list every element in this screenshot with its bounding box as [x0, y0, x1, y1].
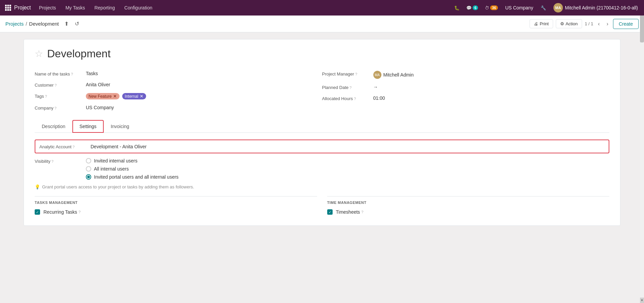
tab-settings[interactable]: Settings: [72, 120, 104, 133]
analytic-account-row: Analytic Account ?: [35, 140, 609, 153]
msg-badge: 6: [473, 5, 478, 10]
user-menu[interactable]: MA Mitchell Admin (21700412-16-0-all): [551, 2, 641, 13]
print-button[interactable]: 🖨 Print: [530, 19, 553, 28]
next-button[interactable]: ›: [605, 20, 610, 28]
svg-rect-3: [5, 7, 7, 9]
company-name[interactable]: US Company: [503, 4, 536, 11]
management-grid: TASKS MANAGEMENT ✓ Recurring Tasks ? TIM…: [35, 196, 609, 217]
customer-value: Anita Oliver: [86, 82, 110, 87]
time-management-title: TIME MANAGEMENT: [327, 201, 610, 205]
nav-my-tasks[interactable]: My Tasks: [61, 3, 89, 12]
planned-date-help[interactable]: ?: [349, 86, 351, 90]
print-icon: 🖨: [534, 21, 538, 26]
radio-invited-portal-label: Invited portal users and all internal us…: [94, 174, 178, 180]
nav-projects[interactable]: Projects: [35, 3, 60, 12]
user-avatar: MA: [553, 3, 563, 12]
name-of-tasks-row: Name of the tasks ? Tasks: [35, 68, 322, 79]
company-help[interactable]: ?: [55, 106, 57, 110]
app-name[interactable]: Project: [14, 5, 31, 11]
app-grid-icon[interactable]: [3, 3, 13, 12]
tag-new-feature-close[interactable]: ✕: [113, 94, 117, 99]
tags-help[interactable]: ?: [45, 94, 47, 98]
planned-date-arrow: →: [373, 84, 378, 90]
timer-badge: 36: [490, 5, 498, 10]
timesheets-help[interactable]: ?: [361, 210, 363, 214]
time-management-section: TIME MANAGEMENT ✓ Timesheets ?: [327, 196, 610, 217]
tab-description[interactable]: Description: [35, 120, 72, 133]
planned-date-row: Planned Date ? →: [322, 82, 610, 93]
planned-date-label: Planned Date ?: [322, 84, 369, 90]
timer-icon-btn[interactable]: ⏱ 36: [483, 4, 500, 11]
form-fields-grid: Name of the tasks ? Tasks Customer ? Ani…: [35, 68, 609, 113]
prev-button[interactable]: ‹: [596, 20, 602, 28]
svg-rect-7: [7, 9, 9, 11]
svg-rect-6: [5, 9, 7, 11]
form-container: ☆ Development Name of the tasks ? Tasks: [24, 39, 620, 226]
form-header: ☆ Development: [35, 48, 609, 60]
breadcrumb-bar: Projects / Development ⬆ ↺ 🖨 Print ⚙ Act…: [0, 16, 644, 32]
radio-invited-internal-circle: [86, 158, 91, 163]
radio-all-internal-circle: [86, 166, 91, 172]
name-of-tasks-help[interactable]: ?: [71, 72, 73, 76]
undo-icon[interactable]: ↺: [73, 19, 81, 28]
print-label: Print: [540, 21, 549, 26]
visibility-row: Visibility ? Invited internal users All …: [35, 158, 609, 180]
top-navbar: Project Projects My Tasks Reporting Conf…: [0, 0, 644, 16]
nav-configuration[interactable]: Configuration: [120, 3, 156, 12]
analytic-account-input[interactable]: [91, 144, 605, 149]
scrollbar: ▲ ▼: [640, 16, 644, 303]
svg-rect-8: [9, 9, 11, 11]
tag-new-feature[interactable]: New Feature ✕: [86, 93, 120, 99]
breadcrumb: Projects / Development: [5, 21, 59, 27]
pm-avatar: MA: [373, 71, 381, 79]
svg-rect-0: [5, 5, 7, 6]
recurring-tasks-label: Recurring Tasks ?: [43, 209, 80, 215]
action-button[interactable]: ⚙ Action: [556, 19, 582, 28]
recurring-tasks-help[interactable]: ?: [78, 210, 80, 214]
customer-label: Customer ?: [35, 82, 82, 88]
scroll-down-arrow[interactable]: ▼: [640, 298, 644, 303]
create-button[interactable]: Create: [613, 19, 639, 29]
bug-icon-btn[interactable]: 🐛: [452, 4, 462, 11]
breadcrumb-separator: /: [26, 21, 27, 27]
recurring-tasks-checkbox[interactable]: ✓: [35, 209, 40, 215]
tag-internal[interactable]: Internal ✕: [122, 93, 146, 99]
radio-all-internal[interactable]: All internal users: [86, 166, 178, 172]
hint-text: 💡 Grant portal users access to your proj…: [35, 184, 609, 189]
breadcrumb-actions: ⬆ ↺: [62, 19, 81, 28]
tag-internal-close[interactable]: ✕: [140, 94, 143, 99]
hint-text-content: Grant portal users access to your projec…: [42, 184, 194, 189]
customer-help[interactable]: ?: [55, 83, 57, 87]
analytic-account-help[interactable]: ?: [72, 145, 74, 149]
allocated-hours-value: 01:00: [373, 95, 385, 101]
favorite-star-icon[interactable]: ☆: [35, 48, 43, 59]
discuss-icon-btn[interactable]: 💬 6: [464, 4, 480, 11]
radio-invited-internal[interactable]: Invited internal users: [86, 158, 178, 163]
breadcrumb-current: Development: [29, 21, 59, 27]
timesheets-checkbox[interactable]: ✓: [327, 209, 333, 215]
settings-icon-btn[interactable]: 🔧: [539, 4, 548, 11]
company-label: Company ?: [35, 105, 82, 111]
recurring-tasks-row: ✓ Recurring Tasks ?: [35, 209, 317, 215]
allocated-hours-label: Allocated Hours ?: [322, 95, 369, 101]
company-row: Company ? US Company: [35, 102, 322, 113]
tags-value: New Feature ✕ Internal ✕: [86, 93, 147, 99]
tags-row: Tags ? New Feature ✕ Internal ✕: [35, 90, 322, 102]
visibility-help[interactable]: ?: [52, 159, 54, 163]
allocated-hours-help[interactable]: ?: [354, 97, 356, 101]
visibility-label: Visibility ?: [35, 158, 82, 164]
scrollbar-thumb[interactable]: [640, 16, 644, 42]
upload-icon[interactable]: ⬆: [62, 19, 71, 28]
project-manager-help[interactable]: ?: [355, 72, 357, 76]
form-title: Development: [47, 48, 111, 60]
allocated-hours-row: Allocated Hours ? 01:00: [322, 93, 610, 104]
tab-invoicing[interactable]: Invoicing: [104, 120, 136, 133]
nav-reporting[interactable]: Reporting: [90, 3, 119, 12]
breadcrumb-parent[interactable]: Projects: [5, 21, 24, 27]
visibility-options: Invited internal users All internal user…: [86, 158, 178, 180]
breadcrumb-right: 🖨 Print ⚙ Action 1 / 1 ‹ › Create: [530, 19, 639, 29]
radio-invited-portal[interactable]: Invited portal users and all internal us…: [86, 174, 178, 180]
customer-row: Customer ? Anita Oliver: [35, 79, 322, 90]
left-fields: Name of the tasks ? Tasks Customer ? Ani…: [35, 68, 322, 113]
svg-rect-5: [9, 7, 11, 9]
